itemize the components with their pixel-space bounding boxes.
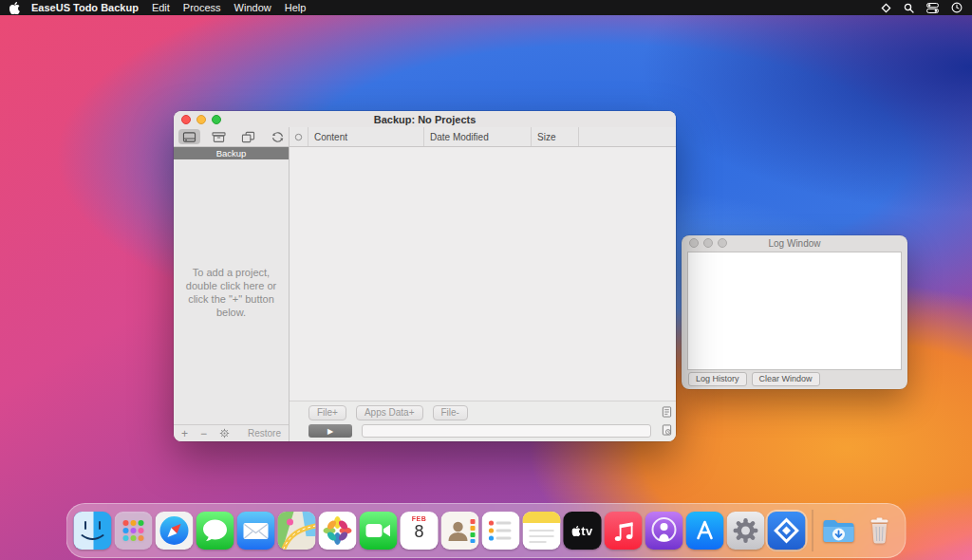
dock-maps-icon[interactable] (278, 512, 316, 550)
log-document-icon[interactable] (662, 422, 672, 439)
restore-button[interactable]: Restore (248, 428, 281, 439)
log-history-button[interactable]: Log History (688, 372, 747, 386)
backup-window-header: Content Date Modified Size (174, 127, 676, 147)
menu-status-area (881, 2, 963, 13)
traffic-lights (174, 115, 221, 124)
apps-data-plus-button[interactable]: Apps Data+ (356, 405, 423, 420)
sidebar-footer: + − Restore (174, 424, 289, 441)
dock: FEB 8 tv (66, 503, 907, 558)
column-header-size[interactable]: Size (532, 127, 579, 146)
calendar-month-label: FEB (412, 515, 427, 522)
easeus-status-icon[interactable] (881, 3, 891, 13)
footer-button-row: File+ Apps Data+ File- (308, 405, 668, 420)
run-row: ▶ (308, 424, 668, 438)
close-button[interactable] (181, 115, 191, 124)
dock-mail-icon[interactable] (237, 512, 275, 550)
backup-window-titlebar[interactable]: Backup: No Projects (174, 111, 676, 127)
clear-window-button[interactable]: Clear Window (752, 372, 820, 386)
dock-easeus-todo-backup-icon[interactable] (768, 512, 806, 550)
toolbar (174, 127, 290, 146)
project-list-empty-area[interactable]: To add a project, double click here or c… (174, 159, 289, 424)
footer-doc-icons (662, 404, 672, 439)
window-title: Backup: No Projects (174, 114, 676, 125)
log-text-area (687, 252, 902, 370)
dock-calendar-icon[interactable]: FEB 8 (401, 512, 439, 550)
file-plus-button[interactable]: File+ (308, 405, 346, 420)
minimize-button[interactable] (196, 115, 206, 124)
run-backup-button[interactable]: ▶ (308, 424, 352, 438)
menu-app-name[interactable]: EaseUS Todo Backup (31, 2, 139, 13)
sidebar-header: Backup (174, 147, 289, 159)
dock-trash-icon[interactable] (861, 512, 899, 550)
dock-app-store-icon[interactable] (686, 512, 724, 550)
backup-window-body: Backup To add a project, double click he… (174, 147, 676, 441)
log-window-footer: Log History Clear Window (688, 372, 820, 386)
calendar-day-label: 8 (414, 522, 423, 541)
log-minimize-button[interactable] (703, 238, 713, 248)
dock-system-preferences-icon[interactable] (727, 512, 765, 550)
log-window: Log Window Log History Clear Window (682, 235, 907, 389)
remove-project-button[interactable]: − (200, 428, 207, 439)
project-sidebar: Backup To add a project, double click he… (174, 147, 290, 441)
menu-edit[interactable]: Edit (152, 2, 170, 13)
menu-bar: EaseUS Todo Backup Edit Process Window H… (0, 0, 972, 15)
backup-main-pane: File+ Apps Data+ File- ▶ (290, 147, 676, 441)
dock-tv-icon[interactable]: tv (564, 512, 602, 550)
dock-podcasts-icon[interactable] (645, 512, 683, 550)
dock-contacts-icon[interactable] (441, 512, 479, 550)
menu-help[interactable]: Help (285, 2, 307, 13)
report-document-icon[interactable] (662, 404, 672, 421)
dock-launchpad-icon[interactable] (115, 512, 153, 550)
log-close-button[interactable] (689, 238, 699, 248)
zoom-button[interactable] (212, 115, 221, 124)
archive-tab-icon[interactable] (208, 129, 230, 144)
log-zoom-button[interactable] (718, 238, 727, 248)
apple-menu-icon[interactable] (9, 2, 20, 14)
log-traffic-lights (682, 238, 727, 248)
clock-icon[interactable] (951, 2, 963, 13)
dock-reminders-icon[interactable] (482, 512, 520, 550)
column-options-icon[interactable] (290, 127, 308, 146)
backup-window: Backup: No Projects Content Date Modifie… (174, 111, 676, 441)
add-project-button[interactable]: + (181, 428, 188, 439)
dock-safari-icon[interactable] (156, 512, 194, 550)
column-header-date-modified[interactable]: Date Modified (424, 127, 532, 146)
column-header-filler (579, 127, 676, 146)
clone-tab-icon[interactable] (237, 129, 259, 144)
dock-photos-icon[interactable] (319, 512, 357, 550)
empty-placeholder-text: To add a project, double click here or c… (182, 266, 280, 319)
dock-downloads-folder-icon[interactable] (820, 512, 858, 550)
menu-window[interactable]: Window (234, 2, 271, 13)
backup-tab-icon[interactable] (178, 129, 200, 144)
menu-process[interactable]: Process (183, 2, 221, 13)
dock-music-icon[interactable] (605, 512, 643, 550)
dock-notes-icon[interactable] (523, 512, 561, 550)
dock-facetime-icon[interactable] (360, 512, 398, 550)
content-list-area[interactable] (290, 147, 676, 401)
table-header: Content Date Modified Size (290, 127, 676, 146)
control-center-icon[interactable] (926, 3, 939, 13)
dock-separator (813, 510, 813, 551)
column-header-content[interactable]: Content (308, 127, 424, 146)
spotlight-search-icon[interactable] (904, 3, 914, 13)
file-minus-button[interactable]: File- (433, 405, 468, 420)
progress-bar (362, 424, 651, 438)
backup-footer: File+ Apps Data+ File- ▶ (290, 401, 676, 441)
dock-finder-icon[interactable] (74, 512, 112, 550)
sync-tab-icon[interactable] (267, 129, 289, 144)
log-window-titlebar[interactable]: Log Window (682, 235, 907, 251)
dock-messages-icon[interactable] (196, 512, 234, 550)
settings-gear-icon[interactable] (219, 425, 230, 442)
tv-label: tv (581, 524, 593, 538)
